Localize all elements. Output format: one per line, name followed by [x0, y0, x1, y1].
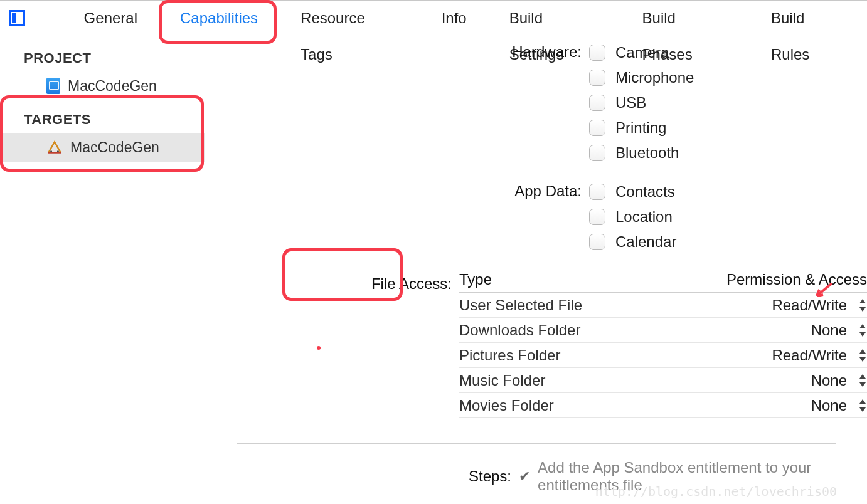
stepper-icon[interactable] — [858, 324, 867, 337]
fileaccess-table: Type Permission & Access User Selected F… — [459, 271, 867, 418]
fileaccess-permission-select[interactable]: Read/Write — [772, 297, 847, 314]
appdata-checkbox-row: Contacts — [589, 179, 867, 204]
fileaccess-type: Pictures Folder — [459, 347, 560, 364]
checkbox-label: USB — [615, 94, 646, 112]
fileaccess-row: Downloads FolderNone — [459, 318, 867, 343]
fileaccess-col-type: Type — [459, 271, 492, 288]
checkbox-label: Bluetooth — [615, 144, 679, 162]
hardware-label: Hardware: — [205, 40, 589, 64]
stepper-icon[interactable] — [858, 374, 867, 387]
hardware-checkbox-row: Microphone — [589, 65, 867, 90]
watermark-text: http://blog.csdn.net/lovechris00 — [595, 484, 837, 499]
fileaccess-type: Movies Folder — [459, 397, 554, 414]
checkbox[interactable] — [589, 145, 605, 161]
fileaccess-permission-select[interactable]: Read/Write — [772, 347, 847, 364]
left-panel-toggle-icon[interactable] — [9, 10, 25, 26]
annotation-dot — [317, 346, 321, 350]
fileaccess-row: User Selected FileRead/Write — [459, 293, 867, 318]
tab-general[interactable]: General — [63, 0, 159, 36]
project-row[interactable]: MacCodeGen — [0, 71, 205, 100]
checkbox-label: Contacts — [615, 183, 675, 201]
fileaccess-row: Music FolderNone — [459, 368, 867, 393]
project-header: PROJECT — [0, 44, 205, 71]
tab-build-settings[interactable]: Build Settings — [488, 0, 621, 36]
appdata-checkbox-row: Location — [589, 204, 867, 229]
xcode-project-icon — [46, 78, 60, 94]
capabilities-pane: Hardware: CameraMicrophoneUSBPrintingBlu… — [205, 36, 867, 504]
fileaccess-type: Music Folder — [459, 372, 545, 389]
check-icon: ✔ — [519, 468, 530, 485]
target-row[interactable]: MacCodeGen — [0, 133, 205, 162]
targets-header: TARGETS — [0, 100, 205, 133]
app-target-icon — [46, 139, 63, 155]
fileaccess-permission-select[interactable]: None — [811, 322, 847, 339]
hardware-checkbox-row: Printing — [589, 115, 867, 140]
checkbox-label: Printing — [615, 119, 666, 137]
project-name: MacCodeGen — [68, 78, 157, 95]
fileaccess-type: Downloads Folder — [459, 322, 580, 339]
checkbox[interactable] — [589, 45, 605, 61]
fileaccess-label: File Access: — [205, 270, 459, 296]
checkbox[interactable] — [589, 209, 605, 225]
appdata-label: App Data: — [205, 179, 589, 203]
steps-label: Steps: — [469, 468, 511, 485]
stepper-icon[interactable] — [858, 299, 867, 312]
tab-build-phases[interactable]: Build Phases — [621, 0, 750, 36]
hardware-checkbox-row: USB — [589, 90, 867, 115]
fileaccess-row: Movies FolderNone — [459, 393, 867, 418]
stepper-icon[interactable] — [858, 399, 867, 412]
checkbox[interactable] — [589, 70, 605, 86]
stepper-icon[interactable] — [858, 349, 867, 362]
tab-bar: General Capabilities Resource Tags Info … — [0, 0, 867, 36]
fileaccess-col-perm: Permission & Access — [726, 271, 867, 288]
checkbox[interactable] — [589, 95, 605, 111]
fileaccess-row: Pictures FolderRead/Write — [459, 343, 867, 368]
checkbox[interactable] — [589, 184, 605, 200]
svg-point-0 — [50, 150, 52, 152]
target-name: MacCodeGen — [70, 139, 159, 156]
project-navigator: PROJECT MacCodeGen TARGETS MacCodeGen — [0, 36, 205, 504]
tab-capabilities[interactable]: Capabilities — [159, 0, 279, 36]
fileaccess-permission-select[interactable]: None — [811, 372, 847, 389]
checkbox-label: Microphone — [615, 69, 694, 87]
fileaccess-permission-select[interactable]: None — [811, 397, 847, 414]
checkbox[interactable] — [589, 120, 605, 136]
tab-info[interactable]: Info — [420, 0, 488, 36]
checkbox-label: Calendar — [615, 233, 676, 251]
checkbox-label: Location — [615, 208, 673, 226]
svg-point-1 — [57, 150, 59, 152]
appdata-checkbox-row: Calendar — [589, 229, 867, 255]
hardware-checkbox-row: Camera — [589, 40, 867, 65]
checkbox-label: Camera — [615, 44, 669, 61]
hardware-checkbox-row: Bluetooth — [589, 140, 867, 165]
checkbox[interactable] — [589, 234, 605, 250]
tab-build-rules[interactable]: Build Rules — [750, 0, 867, 36]
fileaccess-type: User Selected File — [459, 297, 582, 314]
tab-resource-tags[interactable]: Resource Tags — [279, 0, 420, 36]
